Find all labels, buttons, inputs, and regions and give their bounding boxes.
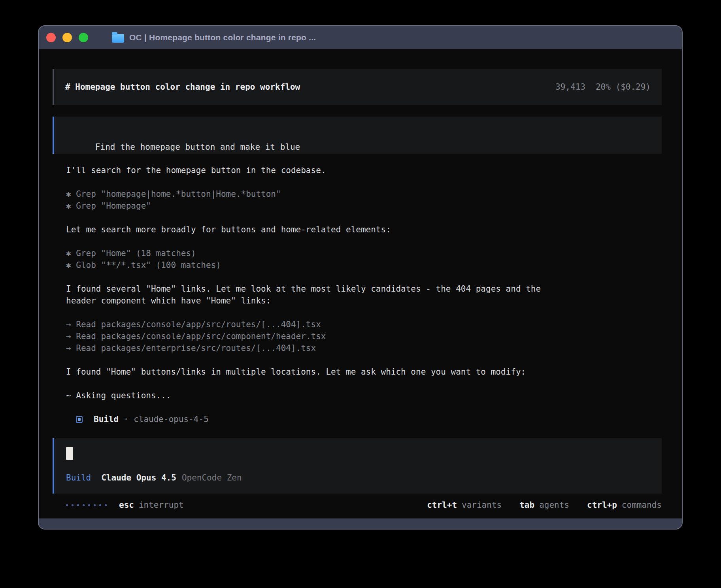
transcript-line: ~ Asking questions... [66,390,662,401]
transcript-line: I'll search for the homepage button in t… [66,164,662,176]
input-mode-row: Build Claude Opus 4.5 OpenCode Zen [66,472,651,484]
agent-model: claude-opus-4-5 [134,413,209,425]
shortcut-key: ctrl+p [587,499,617,511]
transcript-line [66,354,662,366]
status-left: esc interrupt [66,499,184,511]
spinner-dots [66,504,107,506]
transcript-line: ✱ Grep "Homepage" [66,200,662,212]
message-input[interactable]: Build Claude Opus 4.5 OpenCode Zen [53,438,662,494]
transcript-line: ✱ Grep "Home" (18 matches) [66,247,662,259]
text-cursor [66,447,73,460]
user-message-text: Find the homepage button and make it blu… [95,142,300,152]
folder-icon [112,34,124,43]
terminal-window: OC | Homepage button color change in rep… [38,25,683,530]
mode-label: Build [66,472,91,484]
context-cost: 20% ($0.29) [596,81,651,93]
model-label: Claude Opus 4.5 [101,472,176,484]
agent-separator: · [119,413,134,425]
agent-status-row: Build · claude-opus-4-5 [76,413,662,425]
transcript-line [66,212,662,224]
minimize-button[interactable] [62,33,72,42]
shortcut-key: tab [519,499,534,511]
transcript-line [66,307,662,318]
traffic-lights [46,33,88,42]
close-button[interactable] [46,33,56,42]
transcript-line: ✱ Glob "**/*.tsx" (100 matches) [66,259,662,271]
shortcut-hint: ctrl+tvariants [427,499,502,511]
status-bar: esc interrupt ctrl+tvariantstabagentsctr… [66,499,662,511]
esc-key-hint: esc [119,499,134,511]
build-mode-icon [76,416,83,423]
shortcut-label: variants [462,499,502,511]
spinner-dot [94,504,96,506]
shortcut-hint: ctrl+pcommands [587,499,662,511]
shortcut-label: agents [539,499,569,511]
session-header: # Homepage button color change in repo w… [53,69,662,105]
spinner-dot [105,504,107,506]
zoom-button[interactable] [79,33,88,42]
spinner-dot [72,504,74,506]
spinner-dot [99,504,101,506]
transcript-line [66,378,662,390]
transcript-line: ✱ Grep "homepage|home.*button|Home.*butt… [66,188,662,200]
transcript-line: → Read packages/enterprise/src/routes/[.… [66,342,662,354]
provider-label: OpenCode Zen [182,472,242,484]
session-stats: 39,413 20% ($0.29) [555,81,651,93]
transcript-line [66,271,662,283]
session-title: # Homepage button color change in repo w… [65,81,300,93]
shortcut-key: ctrl+t [427,499,457,511]
shortcut-label: commands [622,499,662,511]
spinner-dot [83,504,85,506]
spinner-dot [77,504,79,506]
spinner-dot [88,504,90,506]
window-titlebar[interactable]: OC | Homepage button color change in rep… [39,26,682,49]
transcript-line [66,401,662,413]
transcript: I'll search for the homepage button in t… [66,164,662,413]
terminal-content: # Homepage button color change in repo w… [39,49,682,518]
window-title: OC | Homepage button color change in rep… [129,33,316,42]
transcript-line: I found several "Home" links. Let me loo… [66,283,662,295]
transcript-line: → Read packages/console/app/src/componen… [66,330,662,342]
esc-key-label: interrupt [139,499,184,511]
transcript-line: I found "Home" buttons/links in multiple… [66,366,662,378]
window-bottom-chrome [39,518,682,529]
transcript-line: → Read packages/console/app/src/routes/[… [66,318,662,330]
shortcut-hint: tabagents [519,499,569,511]
agent-name: Build [94,413,119,425]
transcript-line [66,176,662,188]
transcript-line: header component which have "Home" links… [66,295,662,307]
shortcut-list: ctrl+tvariantstabagentsctrl+pcommands [427,499,662,511]
transcript-line: Let me search more broadly for buttons a… [66,224,662,236]
token-count: 39,413 [555,81,585,93]
transcript-line [66,236,662,247]
user-message: Find the homepage button and make it blu… [53,117,662,154]
spinner-dot [66,504,68,506]
